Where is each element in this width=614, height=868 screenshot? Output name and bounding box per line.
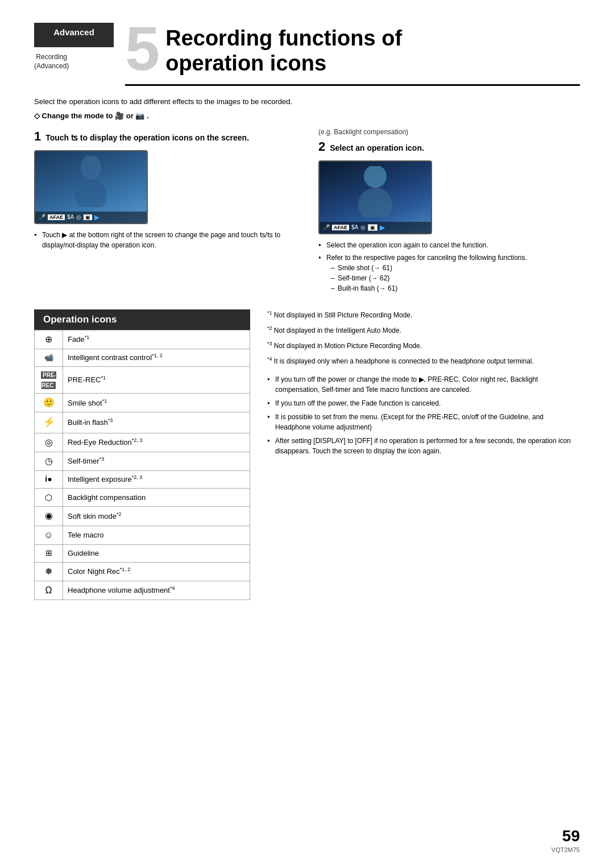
svg-point-3	[358, 188, 392, 217]
chapter-number: 5	[125, 17, 160, 80]
page-number: 59	[562, 827, 580, 845]
table-row: ❅ Color Night Rec*1, 2	[35, 562, 250, 581]
breadcrumb: Recording (Advanced)	[34, 53, 69, 71]
step2-col: (e.g. Backlight compensation) 2 Select a…	[318, 128, 580, 296]
svg-point-2	[364, 166, 387, 188]
table-row: ◉ Soft skin mode*2	[35, 507, 250, 526]
sub-bullet-3: Built-in flash (→ 61)	[326, 283, 580, 294]
notes-col: *1 Not displayed in Still Picture Record…	[267, 309, 580, 601]
label-backlight: Backlight compensation	[63, 489, 250, 507]
step2-bullet-2: Refer to the respective pages for cancel…	[318, 253, 580, 294]
camera-icons-bar: 🎤 AFAE $A ◎ ▣ ▶	[35, 212, 147, 223]
footnotes-block: *1 Not displayed in Still Picture Record…	[267, 309, 580, 366]
table-row: ⚡ Built-in flash*3	[35, 412, 250, 433]
icon-icc: 📹	[35, 349, 63, 367]
step2-bullets: Select the operation icon again to cance…	[318, 240, 580, 294]
svg-point-0	[81, 156, 101, 180]
table-row: ⬡ Backlight compensation	[35, 489, 250, 507]
label-colornightrec: Color Night Rec*1, 2	[63, 562, 250, 581]
table-row: ◷ Self-timer*3	[35, 452, 250, 471]
table-row: Ω Headphone volume adjustment*4	[35, 581, 250, 600]
footnote-1: *1 Not displayed in Still Picture Record…	[267, 309, 580, 320]
table-row: 🙂 Smile shot*1	[35, 394, 250, 412]
mode-line: ◇ Change the mode to 🎥 or 📷 .	[34, 111, 580, 120]
icon-flash: ⚡	[35, 412, 63, 433]
step1-bullets: Touch ▶ at the bottom right of the scree…	[34, 230, 296, 250]
step2-heading: 2 Select an operation icon.	[318, 138, 580, 156]
table-col: Operation icons ⊕ Fade*1 📹 Intelligent c…	[34, 309, 250, 601]
table-row: ◎ Red-Eye Reduction*2, 3	[35, 433, 250, 452]
label-telemacro: Tele macro	[63, 526, 250, 544]
operation-icons-header: Operation icons	[34, 309, 250, 330]
note-1: If you turn off the power or change the …	[267, 374, 580, 395]
advanced-block: Advanced Recording (Advanced)	[34, 23, 114, 71]
icon-guideline: ⊞	[35, 545, 63, 563]
step1-number: 1	[34, 129, 41, 143]
header-area: Advanced Recording (Advanced) 5 Recordin…	[34, 23, 580, 86]
page-title: Recording functions of operation icons	[165, 26, 402, 76]
vqt-code: VQT2M75	[551, 846, 580, 853]
icon-selftimer: ◷	[35, 452, 63, 471]
svg-point-1	[75, 180, 107, 207]
icon-telemacro: ☺	[35, 526, 63, 544]
step1-col: 1 Touch ʦ to display the operation icons…	[34, 128, 296, 296]
icon-smile: 🙂	[35, 394, 63, 412]
camera-icons-bar-2: 🎤 AFAE $A ◎ ▣ ▶	[320, 222, 431, 233]
advanced-badge: Advanced	[34, 23, 114, 40]
label-redeye: Red-Eye Reduction*2, 3	[63, 433, 250, 452]
instructions-row: 1 Touch ʦ to display the operation icons…	[34, 128, 580, 296]
advanced-label: Advanced	[53, 27, 94, 37]
label-headphone: Headphone volume adjustment*4	[63, 581, 250, 600]
icon-iexposure: i●	[35, 471, 63, 489]
person-silhouette	[71, 156, 111, 207]
person-silhouette-2	[355, 166, 395, 217]
icon-fade: ⊕	[35, 330, 63, 349]
table-row: i● Intelligent exposure*2, 3	[35, 471, 250, 489]
note-3: It is possible to set from the menu. (Ex…	[267, 412, 580, 432]
table-row: 📹 Intelligent contrast control*1, 2	[35, 349, 250, 367]
label-selftimer: Self-timer*3	[63, 452, 250, 471]
sub-bullet-1: Smile shot (→ 61)	[326, 263, 580, 273]
label-prerec: PRE-REC*1	[63, 366, 250, 393]
bottom-section: Operation icons ⊕ Fade*1 📹 Intelligent c…	[34, 309, 580, 601]
table-row: ⊞ Guideline	[35, 545, 250, 563]
eg-text: (e.g. Backlight compensation)	[318, 128, 580, 136]
label-iexposure: Intelligent exposure*2, 3	[63, 471, 250, 489]
label-guideline: Guideline	[63, 545, 250, 563]
footnote-2: *2 Not displayed in the Intelligent Auto…	[267, 325, 580, 336]
note-2: If you turn off the power, the Fade func…	[267, 398, 580, 408]
icon-softskin: ◉	[35, 507, 63, 526]
label-icc: Intelligent contrast control*1, 2	[63, 349, 250, 367]
step2-number: 2	[318, 139, 325, 154]
icon-backlight: ⬡	[35, 489, 63, 507]
step1-camera-screen: 🎤 AFAE $A ◎ ▣ ▶	[34, 150, 148, 224]
step2-bullet-1: Select the operation icon again to cance…	[318, 240, 580, 250]
footnote-4: *4 It is displayed only when a headphone…	[267, 356, 580, 366]
icon-redeye: ◎	[35, 433, 63, 452]
table-row: ⊕ Fade*1	[35, 330, 250, 349]
footnote-3: *3 Not displayed in Motion Picture Recor…	[267, 340, 580, 351]
sub-bullet-2: Self-timer (→ 62)	[326, 273, 580, 283]
page: Advanced Recording (Advanced) 5 Recordin…	[0, 0, 614, 868]
step1-bullet-1: Touch ▶ at the bottom right of the scree…	[34, 230, 296, 250]
icon-headphone: Ω	[35, 581, 63, 600]
table-row: PRE-REC PRE-REC*1	[35, 366, 250, 393]
label-softskin: Soft skin mode*2	[63, 507, 250, 526]
icon-colornightrec: ❅	[35, 562, 63, 581]
operation-icons-table: ⊕ Fade*1 📹 Intelligent contrast control*…	[34, 330, 250, 601]
step1-heading: 1 Touch ʦ to display the operation icons…	[34, 128, 296, 146]
label-smile: Smile shot*1	[63, 394, 250, 412]
icon-prerec: PRE-REC	[35, 366, 63, 393]
label-flash: Built-in flash*3	[63, 412, 250, 433]
note-4: After setting [DISPLAY] to [OFF] if no o…	[267, 436, 580, 456]
step2-camera-screen: 🎤 AFAE $A ◎ ▣ ▶	[318, 160, 432, 234]
intro-text: Select the operation icons to add differ…	[34, 97, 580, 106]
table-row: ☺ Tele macro	[35, 526, 250, 544]
label-fade: Fade*1	[63, 330, 250, 349]
